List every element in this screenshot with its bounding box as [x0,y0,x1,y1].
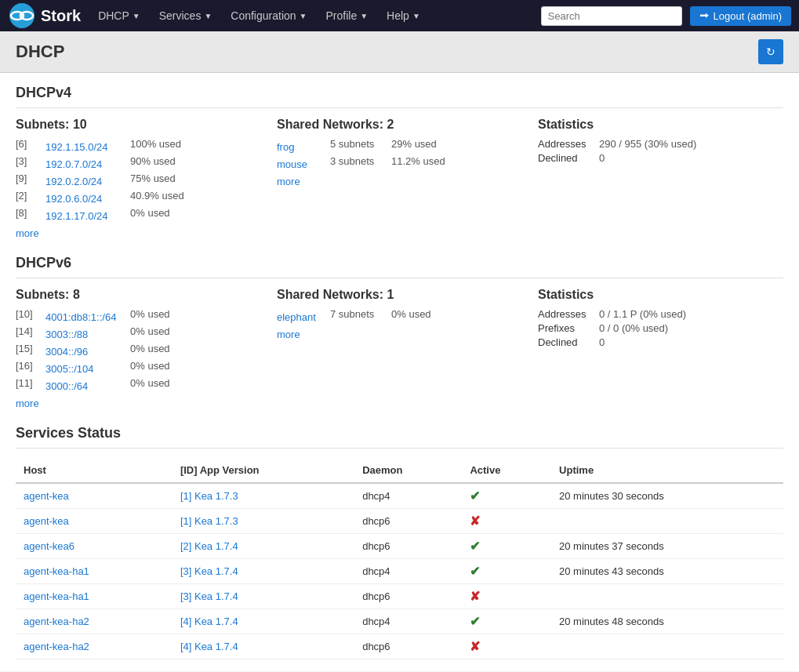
check-icon: ✔ [470,565,480,578]
dhcpv6-statistics-header: Statistics [538,288,783,302]
app-link[interactable]: [4] Kea 1.7.4 [180,616,238,627]
uptime-cell: 20 minutes 30 seconds [551,483,783,509]
active-cell: ✘ [462,634,551,659]
table-row: agent-kea[1] Kea 1.7.3dhcp6✘ [16,509,783,534]
uptime-cell [551,509,783,534]
table-row: [9] 192.0.2.0/24 75% used [16,173,261,187]
subnet-link[interactable]: 3003::/88 [45,329,124,340]
app-link[interactable]: [3] Kea 1.7.4 [180,590,238,602]
daemon-cell: dhcp6 [354,534,462,559]
chevron-down-icon: ▼ [360,12,368,20]
shared-network-link[interactable]: elephant [277,311,324,323]
dhcpv6-shared-networks-header: Shared Networks: 1 [277,288,522,302]
content-area: DHCPv4 Subnets: 10 [6] 192.1.15.0/24 100… [0,73,799,671]
nav-configuration[interactable]: Configuration ▼ [221,0,316,31]
services-status-section: Services Status Host [ID] App Version Da… [16,425,783,659]
services-table-header: Host [ID] App Version Daemon Active Upti… [16,458,783,483]
chevron-down-icon: ▼ [204,12,212,20]
app-link[interactable]: [4] Kea 1.7.4 [180,641,238,652]
refresh-button[interactable]: ↻ [758,39,783,64]
nav-services[interactable]: Services ▼ [150,0,222,31]
table-row: [10] 4001:db8:1::/64 0% used [16,308,261,323]
shared-network-link[interactable]: frog [277,141,324,153]
navbar: Stork DHCP ▼ Services ▼ Configuration ▼ … [0,0,799,31]
table-row: agent-kea-ha1[3] Kea 1.7.4dhcp4✔20 minut… [16,559,783,584]
chevron-down-icon: ▼ [300,12,307,20]
table-row: [15] 3004::/96 0% used [16,343,261,358]
table-row: agent-kea-ha2[4] Kea 1.7.4dhcp6✘ [16,634,783,659]
cross-icon: ✘ [470,640,480,653]
subnet-link[interactable]: 3000::/64 [45,380,124,392]
subnet-link[interactable]: 192.1.17.0/24 [45,210,124,222]
dhcpv4-section: DHCPv4 Subnets: 10 [6] 192.1.15.0/24 100… [16,85,783,239]
subnet-link[interactable]: 3005::/104 [45,363,124,375]
subnet-link[interactable]: 192.0.2.0/24 [45,176,124,187]
dhcpv6-shared-networks-more-link[interactable]: more [277,329,300,340]
host-link[interactable]: agent-kea [24,515,69,527]
list-item: Addresses 290 / 955 (30% used) [538,138,783,150]
list-item: elephant 7 subnets 0% used [277,308,522,323]
daemon-cell: dhcp4 [354,609,462,634]
host-link[interactable]: agent-kea-ha2 [24,616,89,627]
search-container [541,6,682,26]
dhcpv6-subnets-more-link[interactable]: more [16,398,39,409]
table-row: [16] 3005::/104 0% used [16,360,261,375]
page-title: DHCP [16,42,64,62]
host-link[interactable]: agent-kea-ha1 [24,565,89,577]
nav-profile[interactable]: Profile ▼ [316,0,377,31]
daemon-cell: dhcp4 [354,559,462,584]
cross-icon: ✘ [470,590,480,603]
host-link[interactable]: agent-kea [24,490,69,502]
uptime-cell [551,584,783,609]
dhcpv4-shared-networks-header: Shared Networks: 2 [277,118,522,132]
app-link[interactable]: [1] Kea 1.7.3 [180,515,238,527]
nav-help[interactable]: Help ▼ [377,0,430,31]
host-link[interactable]: agent-kea6 [24,540,74,552]
dhcpv4-subnets-header: Subnets: 10 [16,118,261,132]
list-item: mouse 3 subnets 11.2% used [277,155,522,170]
dhcpv4-shared-networks-more-link[interactable]: more [277,176,300,187]
uptime-cell: 20 minutes 48 seconds [551,609,783,634]
active-cell: ✔ [462,559,551,584]
uptime-cell: 20 minutes 43 seconds [551,559,783,584]
page-header: DHCP ↻ [0,31,799,73]
active-cell: ✔ [462,483,551,509]
search-input[interactable] [541,6,682,26]
col-daemon: Daemon [354,458,462,483]
subnet-link[interactable]: 3004::/96 [45,346,124,358]
daemon-cell: dhcp4 [354,483,462,509]
table-row: [14] 3003::/88 0% used [16,325,261,340]
dhcpv4-subnets-more-link[interactable]: more [16,227,39,239]
subnet-link[interactable]: 192.0.6.0/24 [45,193,124,205]
logout-button[interactable]: ⮕ Logout (admin) [690,6,791,26]
nav-dhcp[interactable]: DHCP ▼ [89,0,150,31]
check-icon: ✔ [470,615,480,628]
col-app: [ID] App Version [173,458,354,483]
shared-network-link[interactable]: mouse [277,158,324,170]
subnet-link[interactable]: 192.1.15.0/24 [45,141,124,153]
host-link[interactable]: agent-kea-ha2 [24,641,89,652]
subnet-link[interactable]: 4001:db8:1::/64 [45,311,124,323]
dhcpv6-title: DHCPv6 [16,255,783,278]
svg-point-3 [20,13,24,18]
app-link[interactable]: [3] Kea 1.7.4 [180,565,238,577]
logout-icon: ⮕ [699,10,710,22]
check-icon: ✔ [470,539,480,553]
chevron-down-icon: ▼ [412,12,420,20]
app-link[interactable]: [2] Kea 1.7.4 [180,540,238,552]
list-item: Declined 0 [538,336,783,348]
table-row: agent-kea6[2] Kea 1.7.4dhcp6✔20 minutes … [16,534,783,559]
dhcpv6-grid: Subnets: 8 [10] 4001:db8:1::/64 0% used … [16,288,783,409]
host-link[interactable]: agent-kea-ha1 [24,590,89,602]
brand-name: Stork [41,7,81,25]
subnet-link[interactable]: 192.0.7.0/24 [45,158,124,170]
page-wrapper: DHCP ↻ DHCPv4 Subnets: 10 [6] 192.1.15.0… [0,31,799,671]
app-link[interactable]: [1] Kea 1.7.3 [180,490,238,502]
brand-logo[interactable]: Stork [8,2,81,30]
table-row: [2] 192.0.6.0/24 40.9% used [16,190,261,205]
dhcpv4-subnets: Subnets: 10 [6] 192.1.15.0/24 100% used … [16,118,261,239]
daemon-cell: dhcp6 [354,584,462,609]
table-row: agent-kea-ha1[3] Kea 1.7.4dhcp6✘ [16,584,783,609]
dhcpv4-grid: Subnets: 10 [6] 192.1.15.0/24 100% used … [16,118,783,239]
active-cell: ✔ [462,609,551,634]
